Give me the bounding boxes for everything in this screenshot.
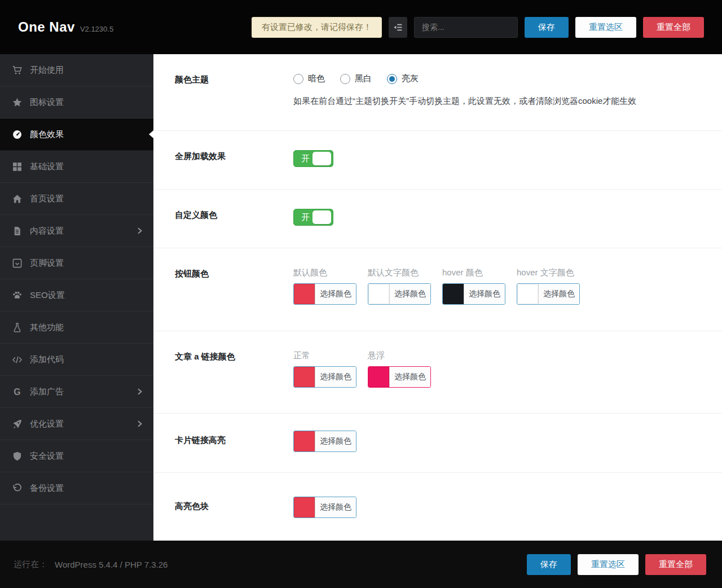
color-swatch xyxy=(517,284,538,304)
sidebar-item-other-features[interactable]: 其他功能 xyxy=(0,311,153,344)
sidebar-item-label: 其他功能 xyxy=(30,322,64,333)
article-link-pickers: 正常 选择颜色 悬浮 选择颜色 xyxy=(293,350,699,388)
active-item-caret xyxy=(149,130,153,138)
sidebar-item-label: 首页设置 xyxy=(30,194,64,204)
setting-label: 颜色主题 xyxy=(175,73,293,130)
setting-description: 如果在前台通过“主题切换开关”手动切换主题，此设置无效，或者清除浏览器cooki… xyxy=(293,96,699,107)
sidebar-item-label: 备份设置 xyxy=(30,483,64,494)
color-picker-button[interactable]: 选择颜色 xyxy=(293,431,356,452)
undo-icon xyxy=(12,484,23,493)
home-icon xyxy=(12,194,23,204)
color-picker-button[interactable]: 选择颜色 xyxy=(442,283,505,305)
footer-actions: 保存 重置选区 重置全部 xyxy=(527,554,706,575)
footer-reset-section-button[interactable]: 重置选区 xyxy=(578,554,639,575)
sidebar-item-icon-settings[interactable]: 图标设置 xyxy=(0,86,153,119)
sidebar-item-optimization[interactable]: 优化设置 xyxy=(0,408,153,440)
custom-color-toggle[interactable]: 开 xyxy=(293,209,333,226)
setting-label: 全屏加载效果 xyxy=(175,150,293,189)
picker-hover-color: hover 颜色 选择颜色 xyxy=(442,267,505,305)
toggle-knob xyxy=(312,210,331,224)
footer-bar: 运行在： WordPress 5.4.4 / PHP 7.3.26 保存 重置选… xyxy=(0,541,722,588)
reset-section-button[interactable]: 重置选区 xyxy=(575,17,636,38)
color-picker-button[interactable]: 选择颜色 xyxy=(368,366,431,388)
sidebar-item-color-effects[interactable]: 颜色效果 xyxy=(0,119,153,151)
chevron-right-icon xyxy=(137,388,143,395)
sidebar-item-backup[interactable]: 备份设置 xyxy=(0,472,153,504)
sidebar-item-seo-settings[interactable]: SEO设置 xyxy=(0,279,153,311)
footer-reset-all-button[interactable]: 重置全部 xyxy=(645,554,706,575)
picker-hover-text-color: hover 文字颜色 选择颜色 xyxy=(517,267,580,305)
main-area: 开始使用 图标设置 颜色效果 xyxy=(0,54,722,541)
unsaved-changes-notice: 有设置已修改，请记得保存！ xyxy=(252,17,382,38)
sidebar-item-label: 安全设置 xyxy=(30,451,64,462)
sidebar-item-label: 优化设置 xyxy=(30,419,64,429)
sidebar-item-add-code[interactable]: 添加代码 xyxy=(0,344,153,376)
color-picker-button[interactable]: 选择颜色 xyxy=(517,283,580,305)
radio-option-dark[interactable]: 暗色 xyxy=(293,73,325,84)
pick-color-label: 选择颜色 xyxy=(315,284,356,304)
document-icon xyxy=(12,226,23,236)
save-button[interactable]: 保存 xyxy=(525,17,569,38)
color-picker-button[interactable]: 选择颜色 xyxy=(293,366,356,388)
setting-row-article-link-color: 文章 a 链接颜色 正常 选择颜色 悬浮 xyxy=(153,331,722,414)
picker-sublabel: 正常 xyxy=(293,350,356,361)
svg-text:G: G xyxy=(14,387,20,397)
toggle-on-label: 开 xyxy=(301,153,310,164)
rocket-icon xyxy=(12,419,23,429)
setting-row-button-color: 按钮颜色 默认颜色 选择颜色 默认文字颜色 xyxy=(153,248,722,331)
color-theme-radio-group: 暗色 黑白 亮灰 xyxy=(293,73,699,84)
sidebar-item-footer-settings[interactable]: 页脚设置 xyxy=(0,247,153,279)
collapse-sidebar-button[interactable] xyxy=(389,17,407,38)
app-window: One Nav V2.1230.5 有设置已修改，请记得保存！ 保存 重置选区 … xyxy=(0,0,722,588)
sidebar-item-label: 开始使用 xyxy=(30,65,64,76)
color-picker-button[interactable]: 选择颜色 xyxy=(368,283,431,305)
paw-icon xyxy=(12,291,23,300)
radio-icon-checked xyxy=(387,74,397,84)
sidebar-item-content-settings[interactable]: 内容设置 xyxy=(0,215,153,247)
sidebar-item-home-settings[interactable]: 首页设置 xyxy=(0,183,153,215)
app-title: One Nav xyxy=(18,19,75,35)
setting-row-highlight-block: 高亮色块 选择颜色 xyxy=(153,473,722,541)
sidebar-item-label: 图标设置 xyxy=(30,97,64,108)
sidebar-item-label: SEO设置 xyxy=(30,290,65,301)
sidebar-item-label: 颜色效果 xyxy=(30,129,64,140)
radio-label: 黑白 xyxy=(355,73,372,84)
sidebar-item-get-started[interactable]: 开始使用 xyxy=(0,54,153,86)
setting-row-color-theme: 颜色主题 暗色 黑白 亮灰 xyxy=(153,54,722,131)
top-bar: One Nav V2.1230.5 有设置已修改，请记得保存！ 保存 重置选区 … xyxy=(0,0,722,54)
reset-all-button[interactable]: 重置全部 xyxy=(643,17,704,38)
color-swatch xyxy=(294,497,315,517)
sidebar-item-add-ads[interactable]: G 添加广告 xyxy=(0,376,153,408)
radio-option-light-gray[interactable]: 亮灰 xyxy=(387,73,419,84)
app-version: V2.1230.5 xyxy=(80,25,113,33)
footer-box-icon xyxy=(12,258,23,268)
setting-row-custom-color: 自定义颜色 开 xyxy=(153,190,722,248)
button-color-pickers: 默认颜色 选择颜色 默认文字颜色 选择颜色 xyxy=(293,267,699,305)
top-bar-actions: 有设置已修改，请记得保存！ 保存 重置选区 重置全部 xyxy=(252,17,704,38)
fullscreen-loading-toggle[interactable]: 开 xyxy=(293,150,333,167)
gauge-icon xyxy=(12,130,23,139)
sidebar-item-label: 基础设置 xyxy=(30,161,64,172)
picker-sublabel: 默认颜色 xyxy=(293,267,356,278)
sidebar-item-security[interactable]: 安全设置 xyxy=(0,440,153,472)
pick-color-label: 选择颜色 xyxy=(464,284,505,304)
radio-icon xyxy=(340,74,350,84)
setting-label: 自定义颜色 xyxy=(175,209,293,248)
footer-save-button[interactable]: 保存 xyxy=(527,554,571,575)
pick-color-label: 选择颜色 xyxy=(389,367,430,387)
outdent-icon xyxy=(393,23,403,32)
color-picker-button[interactable]: 选择颜色 xyxy=(293,497,356,518)
setting-label: 按钮颜色 xyxy=(175,267,293,331)
toggle-knob xyxy=(312,152,331,165)
search-input[interactable] xyxy=(414,17,518,38)
setting-row-card-link-highlight: 卡片链接高亮 选择颜色 xyxy=(153,414,722,473)
sidebar-item-basic-settings[interactable]: 基础设置 xyxy=(0,151,153,183)
picker-sublabel: hover 文字颜色 xyxy=(517,267,580,278)
picker-sublabel: hover 颜色 xyxy=(442,267,505,278)
pick-color-label: 选择颜色 xyxy=(389,284,430,304)
sidebar-item-label: 内容设置 xyxy=(30,226,64,236)
radio-option-black-white[interactable]: 黑白 xyxy=(340,73,372,84)
setting-label: 高亮色块 xyxy=(175,497,293,541)
color-swatch xyxy=(294,431,315,451)
color-picker-button[interactable]: 选择颜色 xyxy=(293,283,356,305)
